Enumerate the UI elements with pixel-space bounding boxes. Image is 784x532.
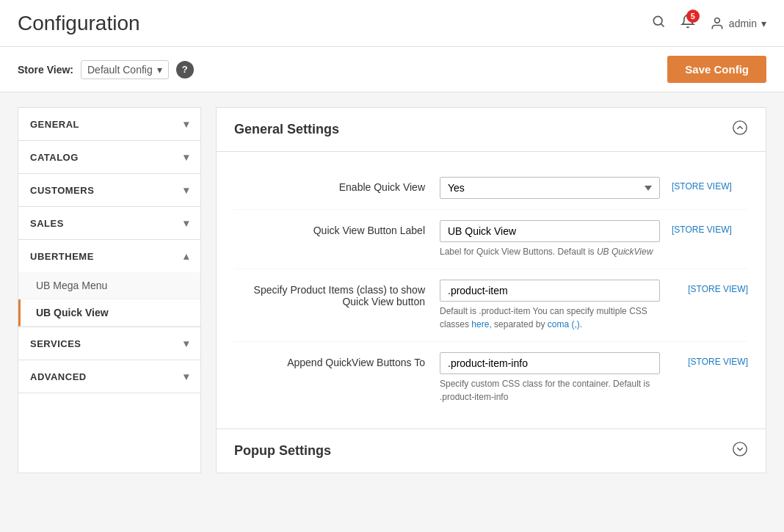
sidebar-item-catalog: CATALOG ▾ bbox=[18, 141, 200, 174]
collapse-up-icon bbox=[732, 120, 748, 136]
header-icons: 5 admin ▾ bbox=[651, 14, 766, 32]
field-wrapper-quick-view-button-label: Label for Quick View Buttons. Default is… bbox=[440, 220, 660, 258]
popup-settings-title: Popup Settings bbox=[234, 443, 331, 459]
sidebar-item-ubertheme: UBERTHEME ▴ UB Mega Menu UB Quick View bbox=[18, 240, 200, 327]
field-hint-append-quickview-buttons: Specify custom CSS class for the contain… bbox=[440, 377, 676, 404]
general-settings-title: General Settings bbox=[234, 122, 339, 137]
sidebar-sub-ubertheme: UB Mega Menu UB Quick View bbox=[18, 272, 200, 327]
sidebar-chevron-ubertheme: ▴ bbox=[184, 250, 189, 262]
field-hint-quick-view-button-label: Label for Quick View Buttons. Default is… bbox=[440, 245, 660, 258]
field-label-product-items-class: Specify Product Items (class) to show Qu… bbox=[234, 280, 440, 307]
field-hint-product-items-class: Default is .product-item You can specify… bbox=[440, 305, 676, 331]
coma-link[interactable]: coma (,) bbox=[548, 319, 580, 329]
user-icon bbox=[710, 16, 725, 31]
notification-badge: 5 bbox=[686, 10, 700, 23]
field-row-quick-view-button-label: Quick View Button Label Label for Quick … bbox=[234, 210, 748, 269]
general-settings-form: Enable Quick View Yes No [STORE VIEW] Qu… bbox=[217, 152, 766, 429]
popup-settings-section-header[interactable]: Popup Settings bbox=[217, 429, 766, 473]
store-view-label: Store View: bbox=[18, 64, 73, 76]
sidebar-chevron-advanced: ▾ bbox=[184, 371, 189, 382]
sidebar-header-ubertheme[interactable]: UBERTHEME ▴ bbox=[18, 240, 200, 272]
content-area: General Settings Enable Quick View Yes N… bbox=[216, 107, 766, 473]
sidebar-chevron-catalog: ▾ bbox=[184, 151, 189, 163]
field-row-enable-quick-view: Enable Quick View Yes No [STORE VIEW] bbox=[234, 167, 748, 210]
sidebar-item-sales: SALES ▾ bbox=[18, 207, 200, 240]
svg-point-2 bbox=[715, 18, 720, 23]
top-header: Configuration 5 admin ▾ bbox=[0, 0, 784, 47]
field-control-append-quickview-buttons: Specify custom CSS class for the contain… bbox=[440, 352, 748, 404]
popup-settings-collapse-icon[interactable] bbox=[732, 441, 748, 461]
sidebar-header-customers[interactable]: CUSTOMERS ▾ bbox=[18, 174, 200, 206]
product-items-class-input[interactable] bbox=[440, 280, 660, 302]
sidebar-item-services: SERVICES ▾ bbox=[18, 327, 200, 360]
sidebar-sub-item-ub-mega-menu[interactable]: UB Mega Menu bbox=[18, 272, 200, 299]
sidebar: GENERAL ▾ CATALOG ▾ CUSTOMERS ▾ SALES ▾ bbox=[18, 107, 201, 473]
save-config-button[interactable]: Save Config bbox=[667, 56, 766, 83]
sidebar-header-advanced[interactable]: ADVANCED ▾ bbox=[18, 360, 200, 393]
collapse-down-icon bbox=[732, 441, 748, 457]
svg-line-1 bbox=[661, 24, 664, 27]
scope-label-quick-view-button-label: [STORE VIEW] bbox=[672, 220, 732, 235]
search-button[interactable] bbox=[651, 14, 666, 32]
scope-label-enable-quick-view: [STORE VIEW] bbox=[672, 177, 732, 192]
field-control-product-items-class: Default is .product-item You can specify… bbox=[440, 280, 748, 331]
classes-here-link[interactable]: here bbox=[471, 319, 489, 329]
field-label-append-quickview-buttons: Append QuickView Buttons To bbox=[234, 352, 440, 368]
store-view-value: Default Config bbox=[87, 64, 153, 76]
field-label-quick-view-button-label: Quick View Button Label bbox=[234, 220, 440, 236]
field-label-enable-quick-view: Enable Quick View bbox=[234, 177, 440, 193]
sidebar-label-sales: SALES bbox=[30, 218, 64, 229]
svg-point-3 bbox=[733, 121, 747, 134]
search-icon bbox=[651, 14, 666, 29]
svg-point-0 bbox=[653, 16, 662, 25]
field-control-enable-quick-view: Yes No [STORE VIEW] bbox=[440, 177, 732, 199]
sidebar-item-customers: CUSTOMERS ▾ bbox=[18, 174, 200, 207]
general-settings-collapse-icon[interactable] bbox=[732, 120, 748, 139]
sidebar-label-services: SERVICES bbox=[30, 338, 81, 349]
admin-chevron-icon: ▾ bbox=[761, 18, 766, 29]
admin-label: admin bbox=[729, 18, 757, 29]
sidebar-header-general[interactable]: GENERAL ▾ bbox=[18, 108, 200, 140]
sidebar-item-advanced: ADVANCED ▾ bbox=[18, 360, 200, 393]
general-settings-section-header: General Settings bbox=[217, 108, 766, 152]
svg-point-4 bbox=[733, 442, 747, 456]
field-wrapper-append-quickview-buttons: Specify custom CSS class for the contain… bbox=[440, 352, 676, 404]
store-view-dropdown[interactable]: Default Config ▾ bbox=[81, 60, 169, 79]
scope-label-append-quickview-buttons: [STORE VIEW] bbox=[688, 352, 748, 367]
notification-button[interactable]: 5 bbox=[680, 14, 695, 32]
sidebar-sub-label-ub-mega-menu: UB Mega Menu bbox=[36, 280, 107, 291]
sidebar-label-ubertheme: UBERTHEME bbox=[30, 251, 94, 262]
quick-view-button-label-input[interactable] bbox=[440, 220, 660, 242]
sidebar-label-general: GENERAL bbox=[30, 119, 79, 130]
enable-quick-view-select[interactable]: Yes No bbox=[440, 177, 660, 199]
field-control-quick-view-button-label: Label for Quick View Buttons. Default is… bbox=[440, 220, 732, 258]
store-view-left: Store View: Default Config ▾ ? bbox=[18, 60, 194, 79]
sidebar-label-customers: CUSTOMERS bbox=[30, 185, 94, 196]
append-quickview-buttons-input[interactable] bbox=[440, 352, 660, 374]
sidebar-chevron-customers: ▾ bbox=[184, 184, 189, 196]
sidebar-header-catalog[interactable]: CATALOG ▾ bbox=[18, 141, 200, 173]
sidebar-sub-item-ub-quick-view[interactable]: UB Quick View bbox=[18, 299, 200, 327]
sidebar-header-services[interactable]: SERVICES ▾ bbox=[18, 327, 200, 360]
sidebar-header-sales[interactable]: SALES ▾ bbox=[18, 207, 200, 239]
sidebar-chevron-services: ▾ bbox=[184, 338, 189, 349]
field-row-product-items-class: Specify Product Items (class) to show Qu… bbox=[234, 269, 748, 342]
help-icon[interactable]: ? bbox=[176, 61, 194, 79]
sidebar-sub-label-ub-quick-view: UB Quick View bbox=[36, 307, 109, 318]
store-view-chevron-icon: ▾ bbox=[157, 64, 162, 76]
store-view-bar: Store View: Default Config ▾ ? Save Conf… bbox=[0, 47, 784, 92]
sidebar-chevron-general: ▾ bbox=[184, 118, 189, 130]
sidebar-label-catalog: CATALOG bbox=[30, 152, 79, 163]
sidebar-item-general: GENERAL ▾ bbox=[18, 108, 200, 141]
admin-menu-button[interactable]: admin ▾ bbox=[710, 16, 766, 31]
field-wrapper-enable-quick-view: Yes No bbox=[440, 177, 660, 199]
page-title: Configuration bbox=[18, 12, 140, 35]
main-layout: GENERAL ▾ CATALOG ▾ CUSTOMERS ▾ SALES ▾ bbox=[0, 92, 784, 488]
scope-label-product-items-class: [STORE VIEW] bbox=[688, 280, 748, 294]
field-row-append-quickview-buttons: Append QuickView Buttons To Specify cust… bbox=[234, 342, 748, 414]
field-wrapper-product-items-class: Default is .product-item You can specify… bbox=[440, 280, 676, 331]
sidebar-label-advanced: ADVANCED bbox=[30, 371, 87, 382]
sidebar-chevron-sales: ▾ bbox=[184, 217, 189, 229]
